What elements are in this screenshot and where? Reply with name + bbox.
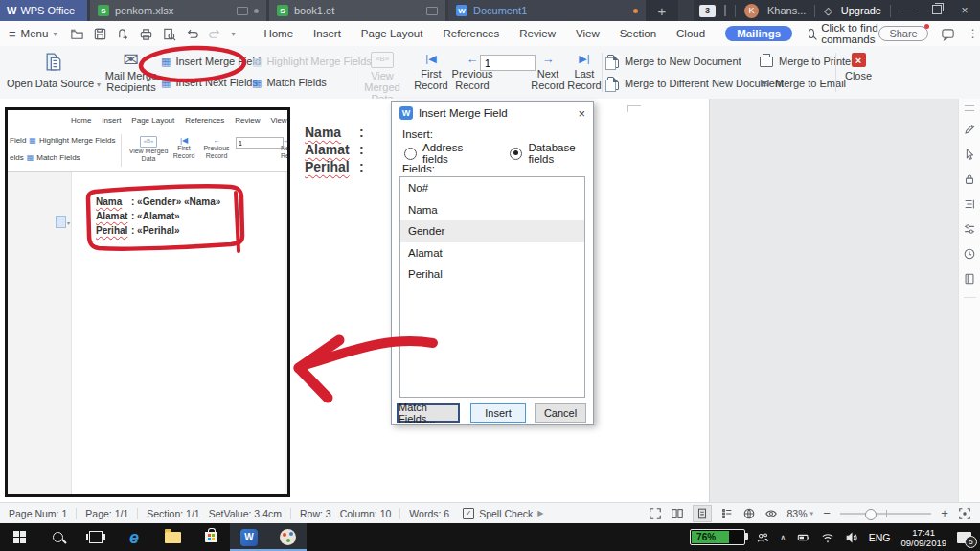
document-text[interactable]: Nama : Alamat : Perihal : [305,124,364,175]
share-button[interactable]: Share [878,26,927,41]
close-window-button[interactable]: × [955,4,974,17]
merge-to-email-button[interactable]: ✉ Merge to Email [760,76,846,90]
notebook-icon[interactable] [963,272,976,286]
zoom-slider[interactable] [840,513,931,515]
file-explorer-button[interactable] [153,523,192,551]
print-icon[interactable] [139,27,153,41]
zoom-level-button[interactable]: 83% ▾ [786,508,813,519]
zoom-slider-knob[interactable] [865,509,877,520]
microsoft-store-button[interactable] [192,523,230,551]
field-item[interactable]: No# [400,177,584,199]
tab-document1-active[interactable]: W Document1 [448,0,646,21]
lock-icon[interactable] [963,172,976,186]
match-fields-button[interactable]: ▦ Match Fields [252,75,327,90]
outline-list-icon[interactable] [963,197,976,211]
people-icon[interactable] [756,531,769,544]
undo-icon[interactable] [185,27,199,41]
page-view-toggle-active[interactable] [693,505,712,522]
dialog-title-bar[interactable]: W Insert Merge Field × [392,102,593,125]
address-fields-radio[interactable]: Address fields [404,142,481,165]
save-icon[interactable] [93,27,107,41]
zoom-in-button[interactable]: + [940,506,949,520]
pen-edit-icon[interactable] [963,123,976,136]
merge-to-different-new-document-button[interactable]: Merge to Different New Document [607,76,784,90]
tab-review[interactable]: Review [519,28,556,39]
action-center-button[interactable]: 5 [957,532,971,543]
insert-merge-field-button[interactable]: ▦ Insert Merge Field [161,54,261,69]
document-page[interactable]: Home Insert Page Layout References Revie… [0,99,710,502]
taskbar-search-button[interactable] [38,523,77,551]
mail-merge-recipients-button[interactable]: ✉ Mail Merge Recipients [103,50,159,93]
tab-cloud[interactable]: Cloud [676,28,705,39]
open-file-icon[interactable] [70,27,84,41]
two-page-view-icon[interactable] [671,507,684,520]
spell-check-button[interactable]: ✓ Spell Check ▶ [463,508,543,519]
show-hidden-icons-button[interactable]: ∧ [780,533,786,542]
edge-browser-button[interactable]: e [115,523,153,551]
battery-indicator[interactable]: 76% [690,529,745,545]
fit-page-icon[interactable] [958,507,971,520]
fullscreen-icon[interactable] [649,507,662,520]
field-item[interactable]: Alamat [400,242,584,264]
redo-icon[interactable] [208,27,222,41]
field-item[interactable]: Perihal [400,264,584,286]
next-record-button[interactable]: → Next Record [529,52,567,91]
database-fields-radio-selected[interactable]: Database fields [510,142,593,165]
field-item-selected[interactable]: Gender [400,220,584,242]
select-cursor-icon[interactable] [963,148,976,161]
tab-home[interactable]: Home [263,28,293,39]
user-name[interactable]: Khans... [767,5,806,16]
field-item[interactable]: Nama [400,199,584,221]
more-options-icon[interactable]: ⋮ [968,27,979,40]
clock[interactable]: 17:41 09/09/2019 [900,527,946,548]
toolbar-more-icon[interactable]: ▾ [231,30,235,38]
match-fields-dialog-button[interactable]: Match Fields... [397,403,460,423]
first-record-button[interactable]: |◀ First Record [412,52,450,91]
format-painter-icon[interactable] [116,27,130,41]
menu-button[interactable]: ≡ Menu ▾ [0,27,57,41]
history-clock-icon[interactable] [963,247,976,261]
find-commands-search[interactable]: Click to find commands [809,22,878,45]
comment-icon[interactable] [941,27,955,41]
wps-office-taskbar-button-active[interactable]: W [230,523,268,551]
tab-penkom[interactable]: S penkom.xlsx [90,0,266,21]
tab-page-layout[interactable]: Page Layout [361,28,423,39]
tab-book1[interactable]: S book1.et [269,0,445,21]
tab-mailings-active[interactable]: Mailings [725,26,792,41]
merge-to-new-document-button[interactable]: Merge to New Document [607,54,741,68]
open-data-source-button[interactable]: Open Data Source ▾ [6,51,102,91]
zoom-out-button[interactable]: − [822,506,832,520]
dialog-close-button[interactable]: × [578,106,585,121]
outline-view-icon[interactable] [720,507,734,520]
view-merged-data-button-disabled[interactable]: «B» View Merged Data [354,52,410,104]
print-preview-icon[interactable] [162,27,176,41]
cancel-dialog-button[interactable]: Cancel [535,403,586,423]
tab-references[interactable]: References [443,28,499,39]
settings-sliders-icon[interactable] [963,222,976,236]
language-indicator[interactable]: ENG [869,532,891,543]
insert-next-fields-button[interactable]: ▦ Insert Next Fields [161,75,258,90]
restore-button[interactable] [927,4,946,17]
paint-taskbar-button-active[interactable] [268,523,307,551]
upgrade-button[interactable]: Upgrade [841,5,881,16]
user-avatar[interactable]: K [744,4,759,18]
wifi-icon[interactable] [821,531,834,544]
wps-office-home-button[interactable]: W WPS Office [0,0,87,21]
insert-dialog-button[interactable]: Insert [470,403,526,423]
close-mail-merge-button[interactable]: × Close [839,53,877,81]
sidebar-handle[interactable] [965,105,974,111]
speaker-icon[interactable] [845,531,858,544]
minimize-button[interactable]: — [900,4,919,17]
start-button[interactable] [0,523,38,551]
new-tab-button[interactable]: + [646,0,678,21]
tab-section[interactable]: Section [620,28,656,39]
tab-view[interactable]: View [576,28,600,39]
tab-count-badge[interactable]: 3 [699,5,716,17]
web-layout-icon[interactable] [742,507,756,520]
eye-protection-icon[interactable] [764,507,778,520]
task-view-button[interactable] [77,523,115,551]
fields-listbox[interactable]: No# Nama Gender Alamat Perihal [399,176,585,398]
record-number-input[interactable] [480,55,536,71]
tab-insert[interactable]: Insert [313,28,341,39]
last-record-button[interactable]: ▶| Last Record [567,52,602,91]
